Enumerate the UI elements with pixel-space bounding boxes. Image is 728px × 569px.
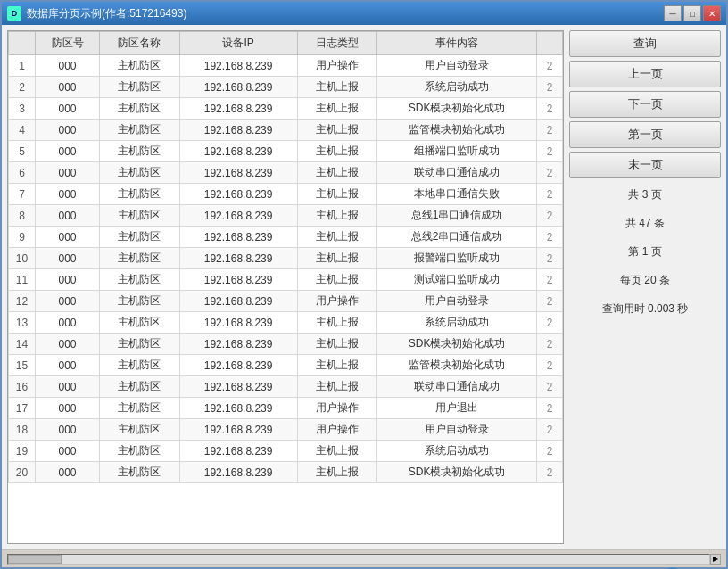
cell-ip: 192.168.8.239: [179, 291, 297, 312]
cell-num: 16: [9, 376, 36, 398]
table-row[interactable]: 5 000 主机防区 192.168.8.239 主机上报 组播端口监听成功 2: [9, 141, 563, 162]
cell-log-type: 主机上报: [297, 227, 377, 248]
cell-ip: 192.168.8.239: [179, 248, 297, 269]
table-row[interactable]: 12 000 主机防区 192.168.8.239 用户操作 用户自动登录 2: [9, 291, 563, 312]
cell-zone-name: 主机防区: [100, 462, 180, 483]
table-row[interactable]: 9 000 主机防区 192.168.8.239 主机上报 总线2串口通信成功 …: [9, 227, 563, 248]
cell-ip: 192.168.8.239: [179, 227, 297, 248]
cell-ip: 192.168.8.239: [179, 334, 297, 355]
cell-zone-id: 000: [36, 205, 100, 227]
cell-num: 18: [9, 419, 36, 441]
cell-zone-name: 主机防区: [100, 98, 180, 120]
table-row[interactable]: 7 000 主机防区 192.168.8.239 主机上报 本地串口通信失败 2: [9, 184, 563, 205]
table-row[interactable]: 6 000 主机防区 192.168.8.239 主机上报 联动串口通信成功 2: [9, 162, 563, 184]
table-row[interactable]: 15 000 主机防区 192.168.8.239 主机上报 监管模块初始化成功…: [9, 355, 563, 376]
cell-num: 5: [9, 141, 36, 162]
cell-extra: 2: [537, 269, 563, 291]
table-row[interactable]: 1 000 主机防区 192.168.8.239 用户操作 用户自动登录 2: [9, 55, 563, 77]
cell-ip: 192.168.8.239: [179, 376, 297, 398]
cell-extra: 2: [537, 141, 563, 162]
table-area[interactable]: 防区号 防区名称 设备IP 日志类型 事件内容 1 000 主机防区 192.1…: [7, 30, 564, 544]
table-row[interactable]: 16 000 主机防区 192.168.8.239 主机上报 联动串口通信成功 …: [9, 376, 563, 398]
minimize-button[interactable]: ─: [664, 5, 682, 21]
col-log-type: 日志类型: [297, 32, 377, 55]
table-body: 1 000 主机防区 192.168.8.239 用户操作 用户自动登录 2 2…: [9, 55, 563, 483]
cell-extra: 2: [537, 398, 563, 419]
table-row[interactable]: 2 000 主机防区 192.168.8.239 主机上报 系统启动成功 2: [9, 77, 563, 98]
cell-extra: 2: [537, 205, 563, 227]
table-row[interactable]: 19 000 主机防区 192.168.8.239 主机上报 系统启动成功 2: [9, 441, 563, 462]
cell-zone-name: 主机防区: [100, 55, 180, 77]
col-num: [9, 32, 36, 55]
cell-extra: 2: [537, 441, 563, 462]
cell-num: 1: [9, 55, 36, 77]
cell-num: 2: [9, 77, 36, 98]
cell-extra: 2: [537, 162, 563, 184]
cell-log-type: 主机上报: [297, 184, 377, 205]
cell-extra: 2: [537, 355, 563, 376]
cell-extra: 2: [537, 291, 563, 312]
close-button[interactable]: ✕: [703, 5, 721, 21]
table-row[interactable]: 8 000 主机防区 192.168.8.239 主机上报 总线1串口通信成功 …: [9, 205, 563, 227]
data-table: 防区号 防区名称 设备IP 日志类型 事件内容 1 000 主机防区 192.1…: [8, 31, 563, 483]
col-extra: [537, 32, 563, 55]
cell-num: 14: [9, 334, 36, 355]
scrollbar-track[interactable]: [7, 554, 710, 565]
cell-zone-id: 000: [36, 98, 100, 120]
cell-log-type: 用户操作: [297, 419, 377, 441]
query-button[interactable]: 查询: [569, 30, 721, 57]
title-bar: D 数据库分页示例(作者:517216493) ─ □ ✕: [2, 2, 726, 25]
cell-extra: 2: [537, 419, 563, 441]
cell-event: 联动串口通信成功: [377, 162, 537, 184]
bottom-bar: ▶: [2, 549, 726, 567]
cell-num: 20: [9, 462, 36, 483]
col-ip: 设备IP: [179, 32, 297, 55]
table-row[interactable]: 4 000 主机防区 192.168.8.239 主机上报 监管模块初始化成功 …: [9, 120, 563, 141]
table-row[interactable]: 14 000 主机防区 192.168.8.239 主机上报 SDK模块初始化成…: [9, 334, 563, 355]
cell-ip: 192.168.8.239: [179, 398, 297, 419]
cell-zone-name: 主机防区: [100, 248, 180, 269]
first-page-button[interactable]: 第一页: [569, 121, 721, 148]
cell-event: 总线2串口通信成功: [377, 227, 537, 248]
scrollbar-thumb[interactable]: [8, 555, 62, 564]
cell-ip: 192.168.8.239: [179, 312, 297, 334]
cell-zone-id: 000: [36, 355, 100, 376]
cell-extra: 2: [537, 77, 563, 98]
prev-page-button[interactable]: 上一页: [569, 61, 721, 87]
cell-ip: 192.168.8.239: [179, 269, 297, 291]
title-buttons: ─ □ ✕: [664, 5, 721, 21]
col-zone-id: 防区号: [36, 32, 100, 55]
cell-event: 联动串口通信成功: [377, 376, 537, 398]
cell-extra: 2: [537, 248, 563, 269]
cell-num: 15: [9, 355, 36, 376]
cell-zone-id: 000: [36, 462, 100, 483]
cell-log-type: 主机上报: [297, 462, 377, 483]
cell-ip: 192.168.8.239: [179, 162, 297, 184]
cell-num: 17: [9, 398, 36, 419]
cell-event: 组播端口监听成功: [377, 141, 537, 162]
table-row[interactable]: 3 000 主机防区 192.168.8.239 主机上报 SDK模块初始化成功…: [9, 98, 563, 120]
cell-log-type: 主机上报: [297, 376, 377, 398]
maximize-button[interactable]: □: [683, 5, 701, 21]
last-page-button[interactable]: 末一页: [569, 152, 721, 178]
cell-ip: 192.168.8.239: [179, 55, 297, 77]
table-row[interactable]: 20 000 主机防区 192.168.8.239 主机上报 SDK模块初始化成…: [9, 462, 563, 483]
cell-event: 报警端口监听成功: [377, 248, 537, 269]
table-row[interactable]: 11 000 主机防区 192.168.8.239 主机上报 测试端口监听成功 …: [9, 269, 563, 291]
cell-extra: 2: [537, 334, 563, 355]
cell-log-type: 主机上报: [297, 120, 377, 141]
scrollbar-right-arrow[interactable]: ▶: [710, 554, 721, 565]
cell-zone-name: 主机防区: [100, 162, 180, 184]
cell-event: SDK模块初始化成功: [377, 334, 537, 355]
next-page-button[interactable]: 下一页: [569, 91, 721, 118]
cell-ip: 192.168.8.239: [179, 419, 297, 441]
cell-zone-id: 000: [36, 141, 100, 162]
table-row[interactable]: 18 000 主机防区 192.168.8.239 用户操作 用户自动登录 2: [9, 419, 563, 441]
table-row[interactable]: 10 000 主机防区 192.168.8.239 主机上报 报警端口监听成功 …: [9, 248, 563, 269]
total-pages-info: 共 3 页: [569, 182, 721, 207]
cell-zone-name: 主机防区: [100, 184, 180, 205]
cell-event: SDK模块初始化成功: [377, 98, 537, 120]
table-row[interactable]: 17 000 主机防区 192.168.8.239 用户操作 用户退出 2: [9, 398, 563, 419]
cell-zone-name: 主机防区: [100, 291, 180, 312]
table-row[interactable]: 13 000 主机防区 192.168.8.239 主机上报 系统启动成功 2: [9, 312, 563, 334]
